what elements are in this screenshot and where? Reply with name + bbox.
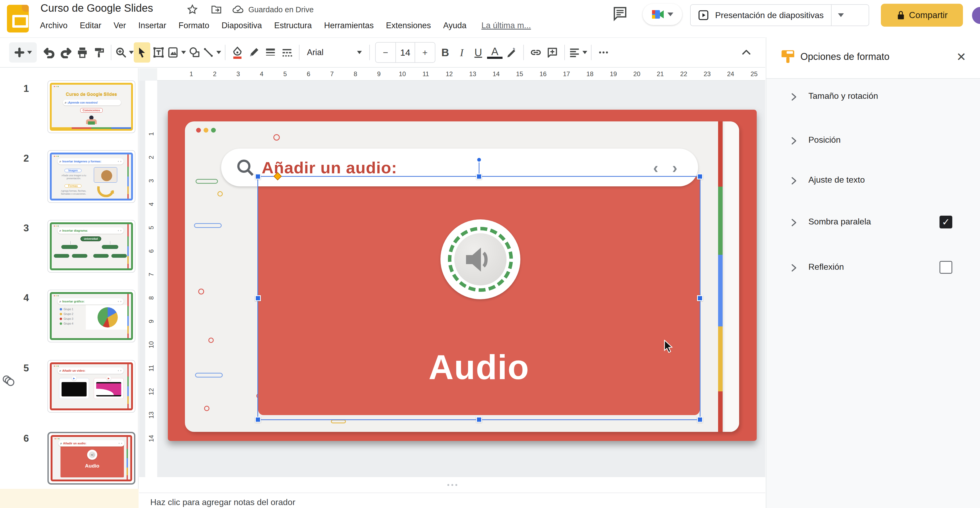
toolbar: Arial − 14 + B I U A (0, 37, 765, 68)
editor-canvas[interactable]: 1234567891011121314151617181920212223242… (139, 68, 765, 477)
meet-button[interactable] (643, 4, 682, 25)
speaker-notes-placeholder[interactable]: Haz clic para agregar notas del orador (150, 497, 295, 507)
paint-roller-icon (93, 47, 105, 58)
menu-item-archivo[interactable]: Archivo (40, 21, 67, 30)
slides-logo-icon[interactable] (7, 5, 29, 32)
align-button[interactable] (569, 42, 587, 63)
menu-item-extensiones[interactable]: Extensiones (386, 21, 431, 30)
share-button[interactable]: Compartir (881, 4, 963, 27)
hruler-number: 18 (587, 70, 593, 78)
select-tool-button[interactable] (134, 42, 150, 63)
panel-section-reflexi-n[interactable]: Reflexión (766, 259, 980, 278)
panel-section-sombra-paralela[interactable]: Sombra paralela✓ (766, 214, 980, 232)
resize-handle-s[interactable] (476, 417, 482, 422)
slide-editing-area[interactable]: Audio Añadir un audio: ‹ › (168, 110, 757, 441)
checkbox-checked[interactable]: ✓ (940, 216, 952, 229)
panel-section-tama-o-y-rotaci-n[interactable]: Tamaño y rotación (766, 88, 980, 106)
slide-thumbnail-row[interactable]: 2 ⌕Insertar imágenes y formas:‹ › Imagen… (0, 150, 138, 220)
menu-item-ayuda[interactable]: Ayuda (443, 21, 466, 30)
present-button[interactable]: Presentación de diapositivas (690, 4, 869, 26)
italic-button[interactable]: I (453, 42, 470, 63)
present-caret-icon[interactable] (838, 13, 844, 17)
new-slide-button[interactable] (9, 42, 37, 63)
last-edit-link[interactable]: La última m... (482, 21, 531, 30)
panel-section-label: Tamaño y rotación (808, 91, 878, 101)
panel-section-ajuste-de-texto[interactable]: Ajuste de texto (766, 172, 980, 190)
redo-button[interactable] (57, 42, 74, 63)
slide-title-text[interactable]: Añadir un audio: (262, 158, 397, 177)
slide-thumbnail-row[interactable]: 5 ⌕Añadir un video:‹ › ▶ ▶ (0, 360, 138, 430)
font-size-value[interactable]: 14 (395, 43, 415, 62)
border-color-button[interactable] (246, 42, 262, 63)
slide-thumbnail-row[interactable]: 1 Curso de Google Slides ⌕¡Aprende con n… (0, 80, 138, 150)
shape-button[interactable] (186, 42, 202, 63)
menu-item-insertar[interactable]: Insertar (138, 21, 166, 30)
collapse-toolbar-button[interactable] (738, 42, 754, 63)
more-options-button[interactable] (595, 42, 612, 63)
zoom-button[interactable] (115, 42, 134, 63)
speaker-notes-area[interactable]: Haz clic para agregar notas del orador (139, 492, 765, 508)
document-title[interactable]: Curso de Google Slides (40, 2, 153, 14)
present-label: Presentación de diapositivas (715, 10, 824, 20)
pill-chevrons: ‹ › (653, 159, 682, 176)
add-comment-button[interactable] (544, 42, 561, 63)
menu-item-ver[interactable]: Ver (113, 21, 126, 30)
highlight-color-button[interactable] (503, 42, 520, 63)
header-bar: Curso de Google Slides Guardado en Drive… (0, 0, 980, 37)
slide-2-thumbnail[interactable]: ⌕Insertar imágenes y formas:‹ › Imagen A… (48, 150, 135, 203)
vruler-number: 10 (148, 341, 155, 349)
share-label: Compartir (909, 10, 948, 20)
font-select[interactable]: Arial (303, 42, 366, 63)
saved-status[interactable]: Guardado en Drive (248, 5, 313, 14)
slide-6-thumbnail[interactable]: ⌕Añadir un audio:‹ › ◄) Audio (48, 432, 135, 484)
deco-circle (274, 134, 280, 141)
undo-button[interactable] (41, 42, 57, 63)
panel-section-label: Sombra paralela (808, 217, 871, 227)
notes-resize-handle[interactable] (139, 477, 765, 492)
meet-caret-icon (667, 13, 673, 16)
slide-5-thumbnail[interactable]: ⌕Añadir un video:‹ › ▶ ▶ (48, 360, 135, 413)
text-color-button[interactable]: A (487, 42, 503, 63)
slide-4-thumbnail[interactable]: ⌕Insertar gráfico:‹ › Grupo 1 Grupo 2 Gr… (48, 290, 135, 342)
border-dash-button[interactable] (279, 42, 295, 63)
open-comments-icon[interactable] (611, 5, 628, 22)
slide-1-thumbnail[interactable]: Curso de Google Slides ⌕¡Aprende con nos… (48, 80, 135, 133)
avatar[interactable] (971, 6, 980, 25)
increase-font-button[interactable]: + (415, 43, 435, 62)
font-size-control: − 14 + (375, 42, 435, 63)
menu-item-editar[interactable]: Editar (80, 21, 101, 30)
audio-shape[interactable]: Audio (258, 177, 700, 415)
checkbox-unchecked[interactable] (940, 261, 952, 274)
audio-play-button[interactable] (441, 219, 520, 299)
paint-format-button[interactable] (91, 42, 107, 63)
underline-button[interactable]: U (470, 42, 487, 63)
insert-link-button[interactable] (528, 42, 544, 63)
thumb3-node (54, 254, 69, 258)
slide-thumbnail-row[interactable]: 3 ⌕Insertar diagrama:‹ › Universidad (0, 220, 138, 290)
menu-item-estructura[interactable]: Estructura (274, 21, 312, 30)
resize-handle-se[interactable] (697, 417, 703, 422)
insert-image-button[interactable] (167, 42, 186, 63)
line-button[interactable] (202, 42, 221, 63)
resize-handle-sw[interactable] (255, 417, 261, 422)
decrease-font-button[interactable]: − (376, 43, 395, 62)
horizontal-ruler: 1234567891011121314151617181920212223242… (157, 68, 765, 81)
bold-button[interactable]: B (437, 42, 453, 63)
panel-section-posici-n[interactable]: Posición (766, 132, 980, 151)
menu-item-herramientas[interactable]: Herramientas (324, 21, 374, 30)
close-panel-icon[interactable]: ✕ (956, 50, 966, 64)
textbox-button[interactable] (150, 42, 167, 63)
menu-item-diapositiva[interactable]: Diapositiva (221, 21, 262, 30)
align-caret-icon (582, 51, 587, 54)
slide-3-thumbnail[interactable]: ⌕Insertar diagrama:‹ › Universidad (48, 220, 135, 273)
slide-number: 3 (24, 222, 29, 234)
slide-title-bar[interactable]: Añadir un audio: ‹ › (221, 149, 698, 186)
move-to-folder-icon[interactable] (210, 4, 222, 16)
menu-item-formato[interactable]: Formato (178, 21, 209, 30)
slide-thumbnail-row-selected[interactable]: 6 ⌕Añadir un audio:‹ › ◄) Audio (0, 430, 138, 500)
print-button[interactable] (74, 42, 91, 63)
fill-color-button[interactable] (229, 42, 246, 63)
slide-thumbnail-row[interactable]: 4 ⌕Insertar gráfico:‹ › Grupo 1 Grupo 2 … (0, 290, 138, 359)
star-icon[interactable] (186, 4, 198, 16)
border-weight-button[interactable] (262, 42, 279, 63)
